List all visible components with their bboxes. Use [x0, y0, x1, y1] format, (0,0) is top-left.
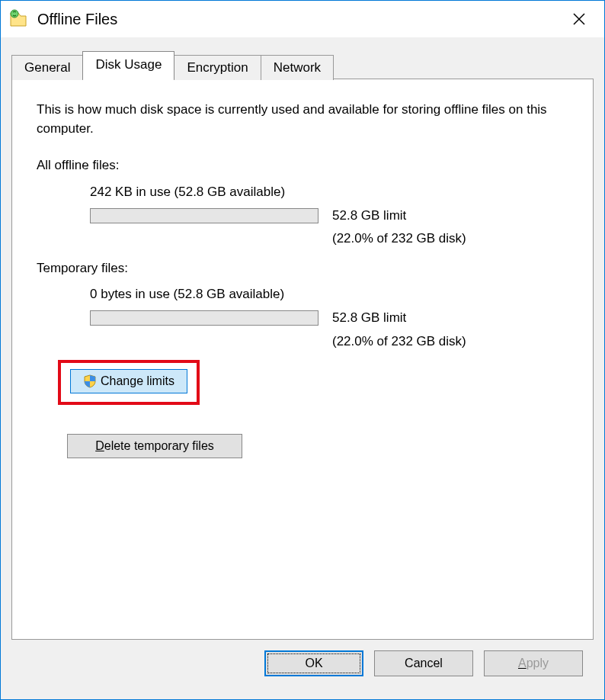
tab-network[interactable]: Network — [261, 55, 334, 80]
titlebar: Offline Files — [1, 1, 604, 37]
all-offline-percent: (22.0% of 232 GB disk) — [332, 230, 568, 249]
dialog-footer: OK Cancel Apply — [11, 640, 594, 689]
ok-button[interactable]: OK — [264, 650, 363, 676]
offline-files-icon — [8, 9, 28, 29]
change-limits-label: Change limits — [101, 374, 174, 388]
all-offline-progress-row: 52.8 GB limit — [90, 207, 568, 226]
all-offline-label: All offline files: — [37, 156, 568, 175]
tab-strip: General Disk Usage Encryption Network — [11, 51, 594, 79]
disk-usage-panel: This is how much disk space is currently… — [11, 79, 594, 640]
dialog-body: General Disk Usage Encryption Network Th… — [1, 37, 604, 699]
temp-files-limit: 52.8 GB limit — [332, 309, 406, 328]
temp-files-progress-bar — [90, 310, 319, 326]
delete-temp-files-button[interactable]: Delete temporary files — [67, 434, 242, 458]
cancel-button[interactable]: Cancel — [374, 650, 473, 676]
temp-files-progress-row: 52.8 GB limit — [90, 309, 568, 328]
change-limits-highlight: Change limits — [58, 360, 200, 405]
apply-button[interactable]: Apply — [484, 650, 583, 676]
all-offline-limit: 52.8 GB limit — [332, 207, 406, 226]
tab-encryption[interactable]: Encryption — [174, 55, 261, 80]
temp-files-usage: 0 bytes in use (52.8 GB available) — [90, 285, 568, 304]
temp-files-label: Temporary files: — [37, 259, 568, 278]
description-text: This is how much disk space is currently… — [37, 101, 568, 138]
tab-general[interactable]: General — [11, 55, 83, 80]
all-offline-usage: 242 KB in use (52.8 GB available) — [90, 183, 568, 202]
window-title: Offline Files — [37, 11, 562, 28]
uac-shield-icon — [83, 374, 97, 388]
close-button[interactable] — [562, 2, 597, 37]
close-icon — [573, 13, 585, 25]
change-limits-button[interactable]: Change limits — [70, 369, 187, 393]
tab-disk-usage[interactable]: Disk Usage — [82, 51, 174, 79]
temp-files-percent: (22.0% of 232 GB disk) — [332, 332, 568, 352]
offline-files-dialog: Offline Files General Disk Usage Encrypt… — [0, 0, 605, 700]
all-offline-progress-bar — [90, 208, 319, 223]
